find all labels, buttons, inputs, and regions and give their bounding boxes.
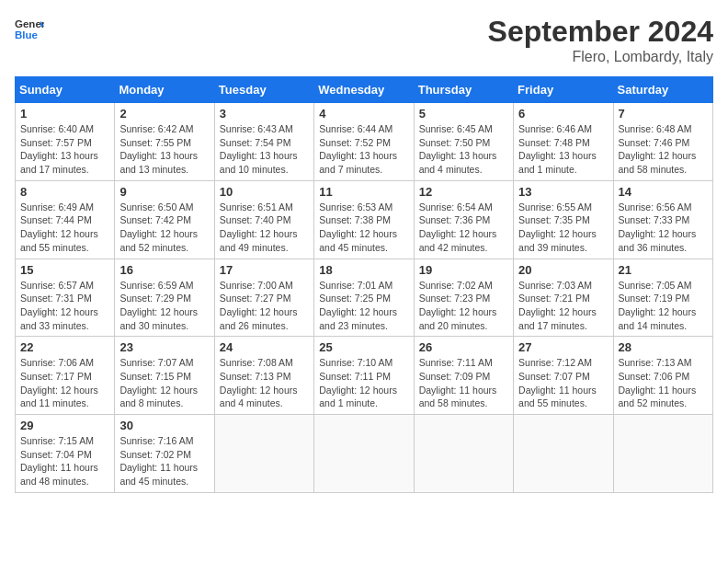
day-info: Sunrise: 6:57 AMSunset: 7:31 PMDaylight:… <box>20 279 109 333</box>
day-cell: 3 Sunrise: 6:43 AMSunset: 7:54 PMDayligh… <box>214 103 313 181</box>
dow-sunday: Sunday <box>16 77 115 103</box>
week-row-2: 8 Sunrise: 6:49 AMSunset: 7:44 PMDayligh… <box>16 180 713 259</box>
day-number: 7 <box>619 107 708 121</box>
day-info: Sunrise: 7:07 AMSunset: 7:15 PMDaylight:… <box>119 356 209 410</box>
dow-monday: Monday <box>115 77 214 103</box>
day-number: 15 <box>20 263 109 277</box>
week-row-1: 1 Sunrise: 6:40 AMSunset: 7:57 PMDayligh… <box>16 103 713 181</box>
day-info: Sunrise: 6:43 AMSunset: 7:54 PMDaylight:… <box>220 122 309 177</box>
day-cell: 24 Sunrise: 7:08 AMSunset: 7:13 PMDaylig… <box>214 337 313 415</box>
logo-icon: General Blue <box>15 15 44 44</box>
day-number: 26 <box>419 340 508 354</box>
day-cell <box>514 415 613 493</box>
day-info: Sunrise: 6:42 AMSunset: 7:55 PMDaylight:… <box>119 122 209 177</box>
day-cell: 13 Sunrise: 6:55 AMSunset: 7:35 PMDaylig… <box>514 180 613 259</box>
day-cell <box>314 415 414 493</box>
day-info: Sunrise: 6:50 AMSunset: 7:42 PMDaylight:… <box>119 201 209 255</box>
day-number: 17 <box>220 263 309 277</box>
dow-thursday: Thursday <box>414 77 513 103</box>
day-number: 28 <box>619 340 708 354</box>
day-cell: 22 Sunrise: 7:06 AMSunset: 7:17 PMDaylig… <box>16 337 115 415</box>
day-cell: 10 Sunrise: 6:51 AMSunset: 7:40 PMDaylig… <box>214 180 313 259</box>
calendar-body: 1 Sunrise: 6:40 AMSunset: 7:57 PMDayligh… <box>16 103 713 493</box>
day-number: 18 <box>319 263 408 277</box>
svg-text:Blue: Blue <box>15 29 39 40</box>
day-cell: 27 Sunrise: 7:12 AMSunset: 7:07 PMDaylig… <box>514 337 613 415</box>
calendar-table: SundayMondayTuesdayWednesdayThursdayFrid… <box>15 76 713 493</box>
day-number: 5 <box>419 107 508 121</box>
day-info: Sunrise: 7:06 AMSunset: 7:17 PMDaylight:… <box>20 356 109 410</box>
day-cell: 20 Sunrise: 7:03 AMSunset: 7:21 PMDaylig… <box>514 259 613 337</box>
svg-text:General: General <box>15 18 44 29</box>
day-number: 21 <box>619 263 708 277</box>
title-block: September 2024 Flero, Lombardy, Italy <box>488 15 713 65</box>
day-number: 14 <box>619 185 708 199</box>
day-info: Sunrise: 6:56 AMSunset: 7:33 PMDaylight:… <box>619 201 708 255</box>
day-info: Sunrise: 6:49 AMSunset: 7:44 PMDaylight:… <box>20 201 109 255</box>
day-info: Sunrise: 7:08 AMSunset: 7:13 PMDaylight:… <box>220 356 309 410</box>
day-number: 23 <box>119 340 209 354</box>
day-number: 13 <box>518 185 608 199</box>
day-info: Sunrise: 6:48 AMSunset: 7:46 PMDaylight:… <box>619 122 708 177</box>
day-number: 8 <box>20 185 109 199</box>
day-cell: 11 Sunrise: 6:53 AMSunset: 7:38 PMDaylig… <box>314 180 414 259</box>
day-info: Sunrise: 6:59 AMSunset: 7:29 PMDaylight:… <box>119 279 209 333</box>
day-cell: 4 Sunrise: 6:44 AMSunset: 7:52 PMDayligh… <box>314 103 414 181</box>
day-cell: 7 Sunrise: 6:48 AMSunset: 7:46 PMDayligh… <box>613 103 712 181</box>
day-cell: 12 Sunrise: 6:54 AMSunset: 7:36 PMDaylig… <box>414 180 513 259</box>
day-cell: 15 Sunrise: 6:57 AMSunset: 7:31 PMDaylig… <box>16 259 115 337</box>
day-cell <box>414 415 513 493</box>
week-row-5: 29 Sunrise: 7:15 AMSunset: 7:04 PMDaylig… <box>16 415 713 493</box>
day-info: Sunrise: 6:53 AMSunset: 7:38 PMDaylight:… <box>319 201 408 255</box>
week-row-3: 15 Sunrise: 6:57 AMSunset: 7:31 PMDaylig… <box>16 259 713 337</box>
day-number: 11 <box>319 185 408 199</box>
day-info: Sunrise: 7:05 AMSunset: 7:19 PMDaylight:… <box>619 279 708 333</box>
day-number: 19 <box>419 263 508 277</box>
day-cell: 9 Sunrise: 6:50 AMSunset: 7:42 PMDayligh… <box>115 180 214 259</box>
day-number: 30 <box>119 419 209 432</box>
day-number: 6 <box>518 107 608 121</box>
day-number: 29 <box>20 419 109 432</box>
day-number: 22 <box>20 340 109 354</box>
dow-saturday: Saturday <box>613 77 712 103</box>
day-number: 24 <box>220 340 309 354</box>
day-cell: 30 Sunrise: 7:16 AMSunset: 7:02 PMDaylig… <box>115 415 214 493</box>
day-cell: 14 Sunrise: 6:56 AMSunset: 7:33 PMDaylig… <box>613 180 712 259</box>
day-cell <box>214 415 313 493</box>
day-info: Sunrise: 6:51 AMSunset: 7:40 PMDaylight:… <box>220 201 309 255</box>
day-cell: 23 Sunrise: 7:07 AMSunset: 7:15 PMDaylig… <box>115 337 214 415</box>
day-number: 25 <box>319 340 408 354</box>
month-title: September 2024 <box>488 15 713 49</box>
day-info: Sunrise: 6:40 AMSunset: 7:57 PMDaylight:… <box>20 122 109 177</box>
day-number: 16 <box>119 263 209 277</box>
day-cell: 19 Sunrise: 7:02 AMSunset: 7:23 PMDaylig… <box>414 259 513 337</box>
day-cell: 21 Sunrise: 7:05 AMSunset: 7:19 PMDaylig… <box>613 259 712 337</box>
day-info: Sunrise: 7:10 AMSunset: 7:11 PMDaylight:… <box>319 356 408 410</box>
day-cell: 29 Sunrise: 7:15 AMSunset: 7:04 PMDaylig… <box>16 415 115 493</box>
day-info: Sunrise: 7:03 AMSunset: 7:21 PMDaylight:… <box>518 279 608 333</box>
day-number: 12 <box>419 185 508 199</box>
day-number: 4 <box>319 107 408 121</box>
day-info: Sunrise: 6:46 AMSunset: 7:48 PMDaylight:… <box>518 122 608 177</box>
day-cell: 8 Sunrise: 6:49 AMSunset: 7:44 PMDayligh… <box>16 180 115 259</box>
day-info: Sunrise: 7:01 AMSunset: 7:25 PMDaylight:… <box>319 279 408 333</box>
day-cell: 26 Sunrise: 7:11 AMSunset: 7:09 PMDaylig… <box>414 337 513 415</box>
day-number: 27 <box>518 340 608 354</box>
days-of-week-header: SundayMondayTuesdayWednesdayThursdayFrid… <box>16 77 713 103</box>
day-info: Sunrise: 7:02 AMSunset: 7:23 PMDaylight:… <box>419 279 508 333</box>
dow-tuesday: Tuesday <box>214 77 313 103</box>
day-info: Sunrise: 7:11 AMSunset: 7:09 PMDaylight:… <box>419 356 508 410</box>
day-cell: 18 Sunrise: 7:01 AMSunset: 7:25 PMDaylig… <box>314 259 414 337</box>
location: Flero, Lombardy, Italy <box>488 49 713 65</box>
day-cell: 6 Sunrise: 6:46 AMSunset: 7:48 PMDayligh… <box>514 103 613 181</box>
day-info: Sunrise: 6:54 AMSunset: 7:36 PMDaylight:… <box>419 201 508 255</box>
logo: General Blue <box>15 15 44 44</box>
day-info: Sunrise: 7:13 AMSunset: 7:06 PMDaylight:… <box>619 356 708 410</box>
day-number: 3 <box>220 107 309 121</box>
day-number: 2 <box>119 107 209 121</box>
day-number: 9 <box>119 185 209 199</box>
day-info: Sunrise: 6:44 AMSunset: 7:52 PMDaylight:… <box>319 122 408 177</box>
dow-wednesday: Wednesday <box>314 77 414 103</box>
day-cell: 2 Sunrise: 6:42 AMSunset: 7:55 PMDayligh… <box>115 103 214 181</box>
day-number: 20 <box>518 263 608 277</box>
